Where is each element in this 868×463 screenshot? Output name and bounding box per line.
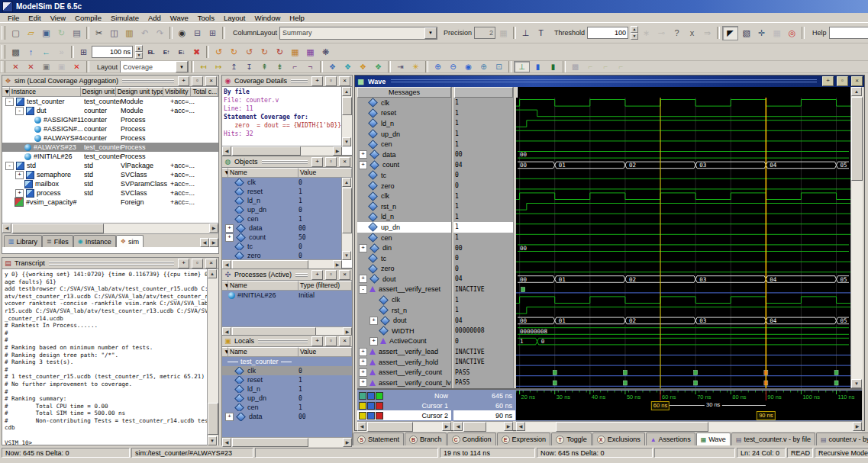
scroll-track[interactable] (11, 223, 209, 233)
wave-expander-icon[interactable]: + (359, 378, 367, 387)
sim-horizontal-scrollbar[interactable]: ◀▶ (2, 223, 218, 233)
tab-branch[interactable]: BBranch (405, 432, 447, 445)
precision-options-button[interactable]: ▦ (496, 27, 511, 40)
scroll-thumb[interactable] (342, 188, 352, 233)
wave-name-clk[interactable]: clk (357, 98, 451, 108)
expander-icon[interactable]: + (225, 233, 234, 242)
wave-expander-icon[interactable]: + (359, 358, 367, 366)
tree-row-vsim_capacity[interactable]: #vsim_capacity#Foreign+acc=... (2, 198, 218, 207)
restore-button[interactable]: ⊞ (76, 46, 91, 59)
hand-mode-button[interactable]: ❋ (318, 46, 333, 59)
tree-expander-icon[interactable]: - (15, 107, 24, 115)
wave-value-rst_n[interactable]: 1 (453, 201, 513, 212)
scroll-right-button[interactable]: ▶ (333, 146, 342, 156)
column-header-value[interactable]: Type (filtered) (298, 281, 352, 290)
filter-icon[interactable]: ▼ (222, 347, 228, 356)
expand-net-3-button[interactable]: ⌐ (614, 62, 628, 72)
objects-undock-button[interactable]: ▫ (325, 157, 337, 167)
save-button[interactable]: ▣ (39, 27, 53, 40)
wave-name-clk[interactable]: clk (357, 294, 451, 305)
processes-close-button[interactable]: × (339, 270, 350, 280)
processes-grip[interactable] (295, 272, 308, 278)
prev-edge-button[interactable]: ⌐ (288, 62, 302, 72)
wave-title-bar[interactable]: ▦ Wave + ▫ × (355, 76, 864, 87)
menu-layout[interactable]: Layout (219, 14, 250, 22)
signal-row-clk[interactable]: clk0 (222, 178, 342, 187)
wave-value-assert__verify_hold[interactable]: INACTIVE (453, 357, 513, 368)
tree-row-INITIAL26[interactable]: #INITIAL#26test_counterProcess (2, 152, 218, 161)
wave-value-assert__verify_count[interactable]: PASS (453, 367, 513, 378)
find-button[interactable]: ◉ (175, 27, 189, 40)
zoom-mode-button[interactable]: ▧ (739, 27, 753, 40)
wave-close-button[interactable]: × (851, 76, 863, 86)
filter-collapse-button[interactable]: ⊟ (190, 27, 205, 40)
expand-net-1-button[interactable]: ⌐ (583, 62, 598, 72)
box-lock-button[interactable]: ▣ (54, 62, 69, 72)
run-length-field-spinner[interactable]: ▲▼ (135, 45, 143, 59)
locals-list[interactable]: test_counterclk0reset1ld_n1up_dn0cen1+da… (222, 357, 352, 437)
delete-icon[interactable] (376, 392, 383, 400)
goto-time-button[interactable]: ⇥ (393, 62, 408, 72)
wave-value-ActiveCount[interactable]: 0 (453, 336, 513, 347)
stop-light-button[interactable]: ◎ (785, 27, 799, 40)
wave-name-zero[interactable]: zero (357, 181, 451, 191)
tab-toggle[interactable]: TToggle (551, 432, 592, 445)
column-header-name[interactable]: Name (228, 281, 298, 290)
cursor2-time-box[interactable]: 90 ns (757, 411, 775, 420)
coverage-details-close-button[interactable]: × (339, 76, 350, 86)
signal-row-tc[interactable]: tc0 (222, 242, 342, 251)
signal-row-data[interactable]: +data00 (222, 412, 352, 421)
scroll-left-button[interactable]: ◀ (453, 422, 463, 431)
scroll-right-button[interactable]: ▶ (209, 223, 218, 233)
transcript-vscrollbar[interactable]: ▲ ▼ (207, 269, 218, 445)
cut-button[interactable]: ✂ (92, 27, 106, 40)
scroll-thumb[interactable] (851, 97, 863, 181)
tab-assertions[interactable]: ▲Assertions (646, 432, 695, 445)
sim-panel-grip[interactable] (122, 79, 174, 84)
next-falling-button[interactable]: ⇟ (273, 62, 287, 72)
delete-all-button[interactable]: ✕ (69, 62, 84, 72)
wave-name-tc[interactable]: tc (357, 170, 451, 181)
zoom-out-button[interactable]: ⊖ (446, 62, 460, 72)
spin-down-button[interactable]: ▼ (631, 33, 638, 40)
tab-counter-v-by-file[interactable]: ▤counter.v - by file (816, 432, 868, 445)
wave-name-rst_n[interactable]: rst_n (357, 305, 451, 316)
add-wave-button[interactable]: ❖ (325, 62, 340, 72)
run-button[interactable]: EL (144, 46, 158, 59)
scroll-down-button[interactable]: ▼ (851, 379, 862, 388)
scroll-thumb[interactable] (232, 438, 308, 447)
signal-row-reset[interactable]: reset1 (222, 375, 352, 384)
expander-icon[interactable]: + (225, 224, 234, 233)
objects-vscrollbar[interactable]: ▲ ▼ (341, 178, 352, 260)
wave-value-tc[interactable]: 0 (453, 170, 513, 181)
objects-close-button[interactable]: × (339, 157, 350, 167)
wave-name-assert__verify_hold[interactable]: +assert__verify_hold (357, 357, 451, 368)
tab-test-counter-v-by-file[interactable]: ▤test_counter.v - by file (731, 432, 815, 445)
threshold-dot-button[interactable]: ∗ (639, 27, 653, 40)
cursor-value-cursor-2[interactable]: 90 ns (453, 410, 515, 420)
locals-grip[interactable] (258, 339, 308, 344)
wave-value-assert__verify_count_lv[interactable]: PASS (453, 378, 513, 388)
wave-expander-icon[interactable]: + (359, 275, 367, 283)
scroll-left-button[interactable]: ◀ (357, 422, 366, 431)
menu-simulate[interactable]: Simulate (106, 14, 144, 22)
scroll-thumb[interactable] (12, 223, 104, 233)
wave-value-zero[interactable]: 0 (453, 264, 513, 275)
wave-name-assert__verify_count[interactable]: +assert__verify_count (357, 367, 451, 378)
add-wave-selected-button[interactable]: ❖ (356, 62, 370, 72)
locals-header[interactable]: ▣ Locals + ▫ × (222, 336, 352, 347)
precision-field[interactable]: 2 (474, 27, 495, 39)
back-button[interactable]: ← (39, 46, 53, 59)
wave-value-tc[interactable]: 0 (453, 253, 513, 264)
tab-exclusions[interactable]: XExclusions (592, 432, 645, 445)
scroll-up-button[interactable]: ▲ (208, 269, 217, 278)
processes-header[interactable]: ✣ Processes (Active) + ▫ × (222, 269, 352, 281)
tree-row-ALWAYS44[interactable]: #ALWAYS#44counterProcess (2, 133, 218, 143)
processes-dock-button[interactable]: + (311, 270, 323, 280)
locals-close-button[interactable]: × (339, 336, 350, 346)
tab-statement[interactable]: SStatement (353, 432, 404, 445)
wave-value-up_dn[interactable]: 1 (453, 129, 513, 140)
sim-panel-undock-button[interactable]: ▫ (192, 76, 203, 86)
expand-net-2-button[interactable]: ⌐ (599, 62, 613, 72)
wave-name-up_dn[interactable]: up_dn (357, 222, 451, 233)
